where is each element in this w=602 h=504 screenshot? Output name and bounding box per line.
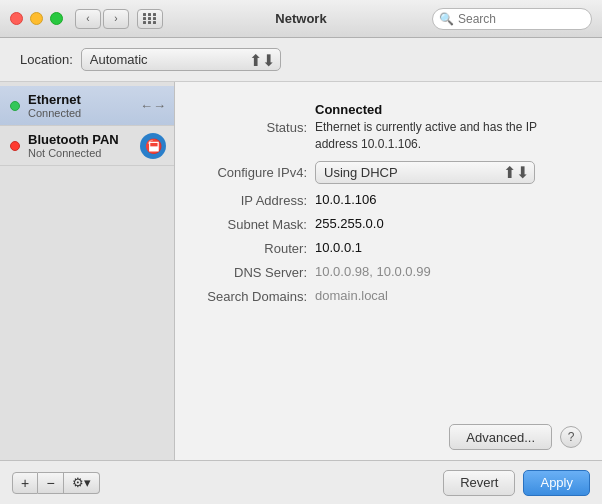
dns-value: 10.0.0.98, 10.0.0.99 [315,264,431,279]
maximize-button[interactable] [50,12,63,25]
search-icon: 🔍 [439,12,454,26]
ethernet-icon: ←→ [140,93,166,119]
back-button[interactable]: ‹ [75,9,101,29]
bluetooth-icon: 🔴 ⬓ [140,133,166,159]
search-input[interactable] [458,12,602,26]
bluetooth-name: Bluetooth PAN [28,132,140,147]
bottom-actions: Revert Apply [187,470,590,496]
location-select-wrapper: Automatic Home Work ⬆⬇ [81,48,281,71]
ethernet-status-dot [10,101,20,111]
grid-icon [143,13,157,24]
status-value: Connected [315,102,575,117]
sidebar: Ethernet Connected ←→ Bluetooth PAN Not … [0,82,175,460]
bluetooth-status: Not Connected [28,147,140,159]
status-row: Status: Connected Ethernet is currently … [195,102,582,153]
ethernet-info: Ethernet Connected [28,92,140,119]
location-label: Location: [20,52,73,67]
sidebar-controls: + − ⚙▾ [12,472,187,494]
location-select[interactable]: Automatic Home Work [81,48,281,71]
status-block: Connected Ethernet is currently active a… [315,102,575,153]
bottom-bar: + − ⚙▾ Revert Apply [0,460,602,504]
apply-button[interactable]: Apply [523,470,590,496]
status-label: Status: [195,120,315,135]
gear-button[interactable]: ⚙▾ [64,472,100,494]
location-bar: Location: Automatic Home Work ⬆⬇ [0,38,602,82]
status-description: Ethernet is currently active and has the… [315,119,575,153]
search-box[interactable]: 🔍 ✕ [432,8,592,30]
dns-label: DNS Server: [195,264,315,280]
dns-row: DNS Server: 10.0.0.98, 10.0.0.99 [195,264,582,280]
subnet-row: Subnet Mask: 255.255.0.0 [195,216,582,232]
help-button[interactable]: ? [560,426,582,448]
forward-button[interactable]: › [103,9,129,29]
detail-panel: Status: Connected Ethernet is currently … [175,82,602,460]
main-panel: Ethernet Connected ←→ Bluetooth PAN Not … [0,82,602,460]
traffic-lights [10,12,63,25]
remove-network-button[interactable]: − [38,472,64,494]
revert-button[interactable]: Revert [443,470,515,496]
sidebar-item-ethernet[interactable]: Ethernet Connected ←→ [0,86,174,126]
minimize-button[interactable] [30,12,43,25]
grid-button[interactable] [137,9,163,29]
ethernet-name: Ethernet [28,92,140,107]
title-bar: ‹ › Network 🔍 ✕ [0,0,602,38]
search-domains-value: domain.local [315,288,388,303]
gear-icon: ⚙▾ [72,475,91,490]
advanced-button[interactable]: Advanced... [449,424,552,450]
add-network-button[interactable]: + [12,472,38,494]
configure-row: Configure IPv4: Using DHCP Manually Off … [195,161,582,184]
close-button[interactable] [10,12,23,25]
router-label: Router: [195,240,315,256]
nav-buttons: ‹ › [75,9,129,29]
subnet-value: 255.255.0.0 [315,216,384,231]
window-title: Network [275,11,326,26]
search-domains-label: Search Domains: [195,288,315,304]
ethernet-status: Connected [28,107,140,119]
bluetooth-status-dot [10,141,20,151]
search-domains-row: Search Domains: domain.local [195,288,582,304]
router-value: 10.0.0.1 [315,240,362,255]
ip-label: IP Address: [195,192,315,208]
router-row: Router: 10.0.0.1 [195,240,582,256]
subnet-label: Subnet Mask: [195,216,315,232]
sidebar-item-bluetooth-pan[interactable]: Bluetooth PAN Not Connected 🔴 ⬓ [0,126,174,166]
ip-row: IP Address: 10.0.1.106 [195,192,582,208]
configure-label: Configure IPv4: [195,164,315,180]
configure-select[interactable]: Using DHCP Manually Off [315,161,535,184]
configure-dropdown-wrapper: Using DHCP Manually Off ⬆⬇ [315,161,535,184]
ip-value: 10.0.1.106 [315,192,376,207]
bluetooth-info: Bluetooth PAN Not Connected [28,132,140,159]
